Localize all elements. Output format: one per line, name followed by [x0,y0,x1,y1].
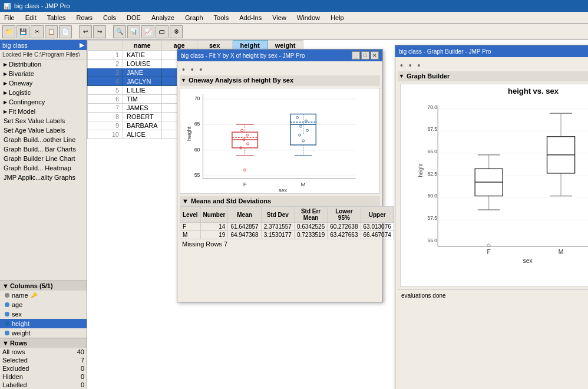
nav-logistic[interactable]: ▶Logistic [0,88,87,97]
means-th-stddev: Std Dev [261,207,294,223]
oneway-title-text: big class - Fit Y by X of height by sex … [181,52,305,59]
row-num: 1 [88,51,123,60]
col-header-name[interactable]: name [123,41,162,51]
nav-bivariate[interactable]: ▶Bivariate [0,69,87,78]
means-number-F: 14 [200,223,228,231]
menu-edit[interactable]: Edit [24,14,38,22]
nav-contingency[interactable]: ▶Contingency [0,97,87,107]
menu-tables[interactable]: Tables [45,14,68,22]
menu-analyze[interactable]: Analyze [150,14,176,22]
col-name[interactable]: name 🔑 [0,291,87,300]
menu-tools[interactable]: Tools [212,14,231,22]
menu-graph[interactable]: Graph [183,14,205,22]
row-num: 3 [88,68,123,77]
graph-status: evaluations done ↑ ⊞ ▼ [398,289,588,301]
toolbar-btn-10[interactable]: 📈 [141,25,154,38]
oneway-minimize-btn[interactable]: _ [352,51,360,60]
svg-text:60: 60 [194,147,200,153]
toolbar-btn-5[interactable]: 📄 [59,25,72,38]
oneway-plot: 70 65 60 55 height [180,88,380,194]
nav-setsex[interactable]: Set Sex Value Labels [0,116,87,126]
svg-point-17 [241,129,243,131]
left-panel: big class ▶ Locked File C:\Program Files… [0,40,87,389]
oneway-content: • • • ▼ Oneway Analysis of height By sex… [177,61,382,251]
toolbar-btn-4[interactable]: 📋 [45,25,58,38]
means-level-M: M [180,231,201,239]
means-mean-M: 64.947368 [228,231,261,239]
svg-text:65.0: 65.0 [427,149,437,154]
svg-rect-27 [290,114,316,145]
graph-section-title: Graph Builder [407,72,450,80]
menu-window[interactable]: Window [295,14,322,22]
menu-help[interactable]: Help [329,14,346,22]
nav-distribution[interactable]: ▶Distribution [0,60,87,69]
svg-text:height: height [418,163,424,177]
svg-text:M: M [559,249,564,255]
means-upper-M: 66.467074 [361,231,394,239]
toolbar: 📁 💾 ✂ 📋 📄 ↩ ↪ 🔍 📊 📈 🗃 ⚙ [0,24,588,40]
graph-collapse-btn[interactable]: ▼ [399,73,404,79]
means-number-M: 19 [200,231,228,239]
menu-doe[interactable]: DOE [125,14,143,22]
svg-point-20 [247,143,249,145]
means-lower-F: 60.272638 [328,223,361,231]
menu-cols[interactable]: Cols [101,14,118,22]
row-num: 10 [88,130,123,139]
title-bar: 📊 big class - JMP Pro [0,0,588,12]
toolbar-btn-1[interactable]: 📁 [2,25,15,38]
columns-title-text: Columns (5/1) [10,282,53,289]
menu-view[interactable]: View [270,14,288,22]
menu-file[interactable]: File [2,14,16,22]
toolbar-btn-6[interactable]: ↩ [79,25,92,38]
nav-oneway[interactable]: ▶Oneway [0,78,87,88]
nav-graphother[interactable]: Graph Build...oother Line [0,135,87,144]
svg-text:55.0: 55.0 [427,238,437,243]
means-title: Means and Std Deviations [191,197,271,205]
cell-name: JACLYN [123,77,162,86]
nav-fitmodel[interactable]: ▶Fit Model [0,107,87,116]
toolbar-btn-11[interactable]: 🗃 [156,25,169,38]
panel-expand-icon[interactable]: ▶ [80,41,84,49]
toolbar-btn-2[interactable]: 💾 [16,25,29,38]
graph-main-svg: 70.0 67.5 65.0 62.5 60.0 57.5 55.0 heigh… [401,97,588,285]
oneway-close-btn[interactable]: ✕ [371,51,379,60]
menu-rows[interactable]: Rows [75,14,95,22]
oneway-maximize-btn[interactable]: □ [361,51,369,60]
row-num: 9 [88,121,123,130]
svg-point-22 [244,169,246,171]
svg-point-32 [306,129,309,131]
col-sex[interactable]: sex [0,309,87,319]
oneway-collapse-btn[interactable]: ▼ [181,77,186,83]
nav-graphline[interactable]: Graph Builder Line Chart [0,154,87,163]
oneway-win-buttons: _ □ ✕ [352,51,379,60]
col-height[interactable]: height [0,319,87,328]
toolbar-btn-8[interactable]: 🔍 [113,25,126,38]
row-num: 8 [88,113,123,121]
toolbar-btn-9[interactable]: 📊 [127,25,140,38]
means-collapse-btn[interactable]: ▼ [182,197,189,205]
nav-graphbar[interactable]: Graph Build... Bar Charts [0,144,87,154]
cell-name: LILLIE [123,86,162,95]
nav-jmpapp[interactable]: JMP Applic...ality Graphs [0,173,87,182]
nav-setage[interactable]: Set Age Value Labels [0,126,87,135]
missing-rows: Missing Rows 7 [180,239,380,249]
toolbar-btn-7[interactable]: ↪ [93,25,106,38]
svg-point-34 [302,140,305,142]
graph-title-text: big class - Graph Builder - JMP Pro [399,48,491,55]
nav-graphheat[interactable]: Graph Build... Heatmap [0,163,87,173]
svg-text:67.5: 67.5 [427,126,437,132]
stat-excluded: Excluded0 [0,364,87,372]
toolbar-btn-3[interactable]: ✂ [31,25,44,38]
columns-section: ▼ Columns (5/1) name 🔑 age sex height we… [0,281,87,338]
col-weight[interactable]: weight [0,328,87,338]
means-level-F: F [180,223,201,231]
means-table: Level Number Mean Std Dev Std Err Mean L… [180,206,394,239]
toolbar-btn-12[interactable]: ⚙ [170,25,183,38]
col-age[interactable]: age [0,300,87,309]
rows-section: ▼Rows All rows40 Selected7 Excluded0 Hid… [0,338,87,389]
graph-window: big class - Graph Builder - JMP Pro _ □ … [395,45,588,389]
panel-title: big class ▶ [0,40,87,50]
menu-addins[interactable]: Add-Ins [237,14,263,22]
oneway-window: big class - Fit Y by X of height by sex … [177,49,383,302]
rows-section-title: ▼Rows [0,338,87,348]
